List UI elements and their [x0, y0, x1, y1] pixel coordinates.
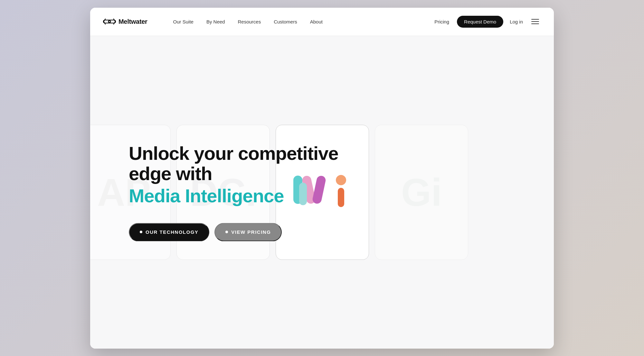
logo[interactable]: Meltwater: [103, 18, 147, 25]
nav-item-pricing[interactable]: Pricing: [428, 16, 456, 27]
nav-item-our-suite[interactable]: Our Suite: [167, 16, 200, 27]
nav-item-by-need[interactable]: By Need: [200, 16, 232, 27]
hero-headline-line1: Unlock your competitive edge with: [129, 143, 341, 184]
hero-text: Unlock your competitive edge with Media …: [129, 143, 341, 241]
hero-headline-line2: Media Intelligence: [129, 185, 341, 207]
hero-buttons: OUR TECHNOLOGY VIEW PRICING: [129, 223, 341, 241]
nav-secondary: Pricing Request Demo Log in: [428, 16, 541, 28]
our-technology-button[interactable]: OUR TECHNOLOGY: [129, 223, 209, 241]
pricing-button-dot: [225, 231, 228, 233]
nav-item-about[interactable]: About: [304, 16, 329, 27]
request-demo-button[interactable]: Request Demo: [457, 16, 503, 28]
view-pricing-button[interactable]: VIEW PRICING: [214, 223, 282, 241]
nav-primary: Our Suite By Need Resources Customers Ab…: [167, 16, 428, 27]
tech-button-label: OUR TECHNOLOGY: [146, 229, 198, 235]
menu-button[interactable]: [529, 16, 541, 27]
card-gi: Gi: [375, 125, 468, 260]
meltwater-logo-icon: [103, 18, 116, 25]
tech-button-dot: [140, 231, 142, 233]
pricing-button-label: VIEW PRICING: [231, 229, 271, 235]
main-content: AP DC.: [90, 36, 554, 349]
nav-item-resources[interactable]: Resources: [231, 16, 267, 27]
card-bg-text-gi: Gi: [401, 170, 442, 215]
nav-item-customers[interactable]: Customers: [267, 16, 304, 27]
svg-point-2: [109, 21, 110, 22]
login-button[interactable]: Log in: [505, 16, 528, 28]
logo-text: Meltwater: [118, 18, 147, 25]
navbar: Meltwater Our Suite By Need Resources Cu…: [90, 8, 554, 36]
